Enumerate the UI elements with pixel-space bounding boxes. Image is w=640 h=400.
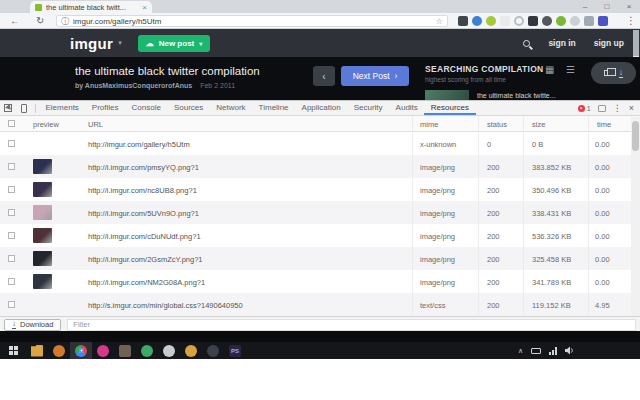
extension-icon[interactable]: [598, 16, 608, 26]
row-checkbox[interactable]: [8, 255, 15, 262]
devtools-tab[interactable]: Timeline: [252, 101, 295, 115]
taskbar-icon-clock-app[interactable]: [158, 342, 180, 359]
col-size[interactable]: size: [532, 120, 545, 129]
extension-icon[interactable]: [486, 16, 496, 26]
sidebar-thumb-row[interactable]: the ultimate black twitte...: [425, 90, 556, 100]
devtools-tab[interactable]: Console: [125, 101, 167, 115]
taskbar-icon-file-explorer[interactable]: [26, 342, 48, 359]
list-view-icon[interactable]: ☰: [566, 64, 575, 75]
taskbar-icon-maps-app[interactable]: [136, 342, 158, 359]
extension-icon[interactable]: [514, 16, 524, 26]
resource-row[interactable]: http://s.imgur.com/min/global.css?149064…: [0, 293, 640, 316]
search-icon[interactable]: [523, 40, 530, 47]
sign-in-link[interactable]: sign in: [548, 38, 575, 48]
row-checkbox[interactable]: [8, 186, 15, 193]
grid-view-icon[interactable]: ▦: [545, 64, 554, 75]
row-checkbox[interactable]: [8, 301, 15, 308]
volume-icon[interactable]: [565, 346, 574, 355]
post-thumbnail[interactable]: [425, 90, 469, 100]
browser-tab[interactable]: the ultimate black twitt... ×: [30, 1, 152, 13]
upload-cloud-icon: ☁: [146, 39, 154, 48]
extension-icon[interactable]: [528, 16, 538, 26]
resource-row[interactable]: http://imgur.com/gallery/h5Utm x-unknown…: [0, 132, 640, 155]
resource-row[interactable]: http://i.imgur.com/2GsmZcY.png?1 image/p…: [0, 247, 640, 270]
resource-row[interactable]: http://i.imgur.com/pmsyYQ.png?1 image/pn…: [0, 155, 640, 178]
devtools-tab[interactable]: Security: [347, 101, 389, 115]
post-author[interactable]: by AnusMaximusConquerorofAnus: [75, 82, 192, 89]
page-scrollbar-thumb[interactable]: [633, 30, 639, 56]
taskbar-icon-photoshop[interactable]: PS: [224, 342, 246, 359]
devtools-tab[interactable]: Profiles: [85, 101, 125, 115]
imgur-gallery: the ultimate black twitter compilation b…: [0, 57, 640, 100]
filter-input[interactable]: [67, 319, 636, 331]
devtools-scrollbar[interactable]: [631, 117, 640, 316]
extension-icon[interactable]: [542, 16, 552, 26]
devtools-tab[interactable]: Audits: [389, 101, 424, 115]
resource-row[interactable]: http://i.imgur.com/5UVn9O.png?1 image/pn…: [0, 201, 640, 224]
row-checkbox[interactable]: [8, 232, 15, 239]
col-mime[interactable]: mime: [420, 120, 438, 129]
taskbar-icon-disc-app[interactable]: [202, 342, 224, 359]
extension-icon[interactable]: [584, 16, 594, 26]
network-icon[interactable]: [549, 347, 557, 355]
error-badge[interactable]: × 1: [578, 105, 591, 112]
sign-up-link[interactable]: sign up: [594, 38, 624, 48]
dock-side-icon[interactable]: [598, 105, 606, 112]
refresh-icon[interactable]: ↻: [36, 15, 44, 26]
taskbar-icon-photos-app[interactable]: [48, 342, 70, 359]
info-icon[interactable]: ⓘ: [61, 16, 69, 27]
devtools-tab[interactable]: Application: [295, 101, 347, 115]
chevron-down-icon[interactable]: ▾: [118, 39, 122, 47]
start-button[interactable]: [0, 342, 26, 359]
taskbar-icon-pink-app[interactable]: [92, 342, 114, 359]
col-url[interactable]: URL: [88, 120, 103, 129]
back-icon[interactable]: ←: [10, 15, 20, 26]
extension-icon[interactable]: [458, 16, 468, 26]
taskbar: PS ∧: [0, 342, 640, 359]
devtools-menu-icon[interactable]: ⋮: [613, 103, 622, 113]
resource-row[interactable]: http://i.imgur.com/cDuNUdf.png?1 image/p…: [0, 224, 640, 247]
row-checkbox[interactable]: [8, 163, 15, 170]
next-post-button[interactable]: Next Post ›: [341, 66, 409, 86]
extension-icon[interactable]: [500, 16, 510, 26]
devtools-tab[interactable]: Elements: [39, 101, 85, 115]
url-bar[interactable]: ⓘ imgur.com/gallery/h5Utm ☆: [56, 15, 448, 27]
devtools-close-icon[interactable]: ×: [629, 103, 634, 113]
imgur-logo[interactable]: imgur: [70, 35, 113, 52]
copy-icon[interactable]: [604, 70, 611, 76]
download-button[interactable]: ↓ Download: [4, 319, 61, 331]
col-status[interactable]: status: [487, 120, 507, 129]
row-checkbox[interactable]: [8, 278, 15, 285]
select-all-checkbox[interactable]: [8, 120, 15, 127]
inspect-element-icon[interactable]: [0, 101, 16, 115]
device-toolbar-icon[interactable]: [16, 101, 32, 115]
taskbar-icon-gallery-app[interactable]: [114, 342, 136, 359]
extension-icon[interactable]: [556, 16, 566, 26]
resource-row[interactable]: http://i.imgur.com/NM2G08A.png?1 image/p…: [0, 270, 640, 293]
previous-post-button[interactable]: ‹: [313, 66, 335, 86]
devtools-scrollbar-thumb[interactable]: [632, 121, 639, 151]
new-post-button[interactable]: ☁ New post ▾: [138, 35, 211, 52]
taskbar-icon-chrome[interactable]: [70, 342, 92, 359]
devtools-tab[interactable]: Resources: [424, 101, 475, 115]
extension-icon[interactable]: [472, 16, 482, 26]
resource-row[interactable]: http://i.imgur.com/nc8UB8.png?1 image/pn…: [0, 178, 640, 201]
download-icon[interactable]: ↓: [619, 68, 624, 78]
devtools-tab[interactable]: Network: [210, 101, 252, 115]
close-button[interactable]: ×: [618, 0, 640, 13]
col-preview[interactable]: preview: [33, 120, 59, 129]
extension-icon[interactable]: [570, 16, 580, 26]
minimize-button[interactable]: –: [574, 0, 596, 13]
col-time[interactable]: time: [597, 120, 611, 129]
browser-menu-icon[interactable]: ⋮: [626, 15, 636, 26]
maximize-button[interactable]: □: [596, 0, 618, 13]
row-checkbox[interactable]: [8, 209, 15, 216]
tray-expand-icon[interactable]: ∧: [518, 347, 523, 355]
taskbar-icon-gem-app[interactable]: [180, 342, 202, 359]
touch-keyboard-icon[interactable]: [531, 348, 541, 354]
row-checkbox[interactable]: [8, 140, 15, 147]
resource-status: 200: [487, 255, 500, 264]
tab-close-icon[interactable]: ×: [142, 3, 147, 12]
bookmark-star-icon[interactable]: ☆: [436, 17, 443, 26]
devtools-tab[interactable]: Sources: [167, 101, 209, 115]
